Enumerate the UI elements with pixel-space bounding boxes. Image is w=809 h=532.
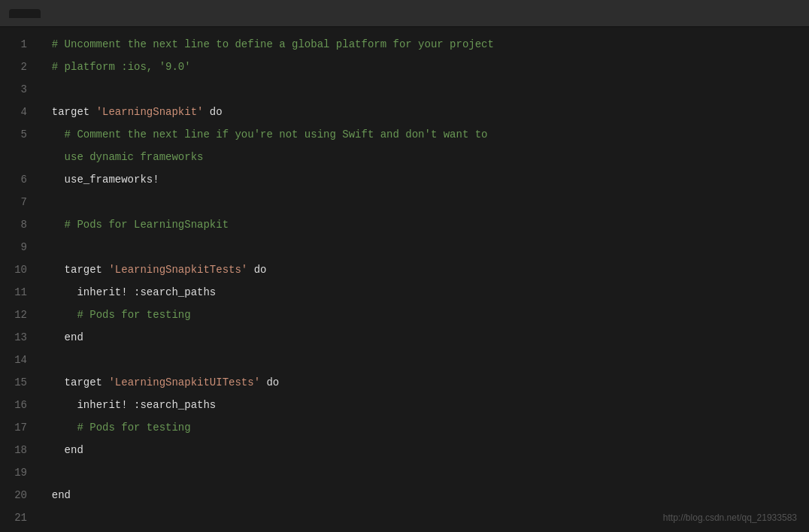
line-continuation-content: use dynamic frameworks xyxy=(39,146,809,168)
code-line: 18 end xyxy=(0,439,809,461)
line-content xyxy=(39,191,809,213)
code-line: 12 # Pods for testing xyxy=(0,304,809,326)
line-content: inherit! :search_paths xyxy=(39,281,809,304)
line-number: 12 xyxy=(0,304,39,326)
line-content: # Pods for testing xyxy=(39,304,809,326)
line-content xyxy=(39,236,809,258)
line-content: inherit! :search_paths xyxy=(39,394,809,416)
code-line: 1 # Uncomment the next line to define a … xyxy=(0,33,809,56)
line-number: 2 xyxy=(0,56,39,78)
code-line: 13 end xyxy=(0,326,809,349)
line-number: 17 xyxy=(0,416,39,439)
line-content: end xyxy=(39,439,809,461)
code-line: 15 target 'LearningSnapkitUITests' do xyxy=(0,371,809,394)
line-content xyxy=(39,349,809,371)
line-number: 8 xyxy=(0,213,39,236)
line-content: target 'LearningSnapkitTests' do xyxy=(39,258,809,281)
code-line: 9 xyxy=(0,236,809,258)
code-line: 17 # Pods for testing xyxy=(0,416,809,439)
code-line: 3 xyxy=(0,78,809,101)
line-content: use_frameworks! xyxy=(39,168,809,191)
line-number: 18 xyxy=(0,439,39,461)
editor-area: 1 # Uncomment the next line to define a … xyxy=(0,27,809,532)
line-content: target 'LearningSnapkit' do xyxy=(39,101,809,123)
line-content: # Uncomment the next line to define a gl… xyxy=(39,33,809,56)
line-number: 13 xyxy=(0,326,39,349)
line-content: end xyxy=(39,484,809,506)
code-line: 4 target 'LearningSnapkit' do xyxy=(0,101,809,123)
editor-tab[interactable] xyxy=(9,9,41,18)
line-content xyxy=(39,461,809,484)
line-number: 10 xyxy=(0,258,39,281)
line-number: 3 xyxy=(0,78,39,101)
code-line: 7 xyxy=(0,191,809,213)
line-number: 1 xyxy=(0,33,39,56)
code-line: 8 # Pods for LearningSnapkit xyxy=(0,213,809,236)
code-line: 11 inherit! :search_paths xyxy=(0,281,809,304)
line-content: # platform :ios, '9.0' xyxy=(39,56,809,78)
code-line: 10 target 'LearningSnapkitTests' do xyxy=(0,258,809,281)
line-number: 11 xyxy=(0,281,39,304)
code-line: 2 # platform :ios, '9.0' xyxy=(0,56,809,78)
line-number: 6 xyxy=(0,168,39,191)
line-number: 5 xyxy=(0,123,39,146)
code-line: 19 xyxy=(0,461,809,484)
line-number: 9 xyxy=(0,236,39,258)
code-line: 16 inherit! :search_paths xyxy=(0,394,809,416)
line-content: target 'LearningSnapkitUITests' do xyxy=(39,371,809,394)
line-number: 21 xyxy=(0,506,39,529)
line-content: # Pods for testing xyxy=(39,416,809,439)
watermark: http://blog.csdn.net/qq_21933583 xyxy=(663,512,797,523)
line-content xyxy=(39,78,809,101)
line-number: 20 xyxy=(0,484,39,506)
line-number: 4 xyxy=(0,101,39,123)
code-line: 14 xyxy=(0,349,809,371)
line-content: # Comment the next line if you're not us… xyxy=(39,123,809,146)
line-number: 16 xyxy=(0,394,39,416)
line-number: 7 xyxy=(0,191,39,213)
line-content: # Pods for LearningSnapkit xyxy=(39,213,809,236)
title-bar xyxy=(0,0,809,27)
line-number: 19 xyxy=(0,461,39,484)
code-line: 20 end xyxy=(0,484,809,506)
code-line: 6 use_frameworks! xyxy=(0,168,809,191)
code-line-continuation: 5 use dynamic frameworks xyxy=(0,146,809,168)
line-number: 15 xyxy=(0,371,39,394)
line-number: 14 xyxy=(0,349,39,371)
code-line: 5 # Comment the next line if you're not … xyxy=(0,123,809,146)
line-content: end xyxy=(39,326,809,349)
